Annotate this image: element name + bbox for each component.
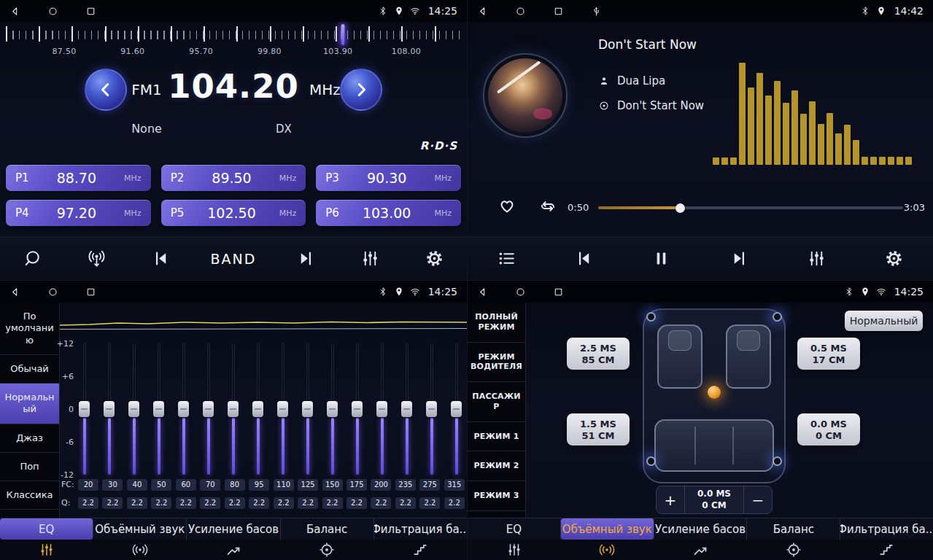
eq-band-slider-40[interactable] — [128, 343, 140, 475]
tab-filter[interactable]: Фильтрация ба... — [840, 518, 933, 540]
front-right-speaker-icon — [773, 312, 782, 322]
back-nav-button[interactable] — [9, 6, 20, 17]
play-pause-button[interactable] — [647, 249, 676, 268]
usb-nav-button[interactable] — [591, 6, 602, 17]
previous-track-button[interactable] — [569, 249, 598, 268]
tab-balance[interactable]: Баланс — [747, 518, 840, 540]
surround-speaker-icon[interactable] — [93, 540, 187, 560]
eq-preset-item[interactable]: Джаз — [0, 424, 59, 453]
repeat-button[interactable] — [538, 197, 557, 216]
surround-mode-item[interactable]: РЕЖИМ 3 — [468, 481, 525, 511]
eq-band-slider-20[interactable] — [78, 343, 90, 475]
rear-left-delay[interactable]: 1.5 MS 51 CM — [567, 413, 630, 446]
eq-band-slider-200[interactable] — [376, 343, 388, 475]
square-nav-button[interactable] — [553, 6, 564, 17]
surround-mode-item[interactable]: ПОЛНЫЙ РЕЖИМ — [468, 303, 525, 343]
settings-button[interactable] — [420, 249, 449, 268]
eq-preset-item[interactable]: Нормальный — [0, 384, 59, 424]
settings-button[interactable] — [880, 249, 909, 268]
eq-band-slider-80[interactable] — [227, 343, 239, 475]
band-button[interactable]: BAND — [211, 251, 257, 267]
tune-up-button[interactable] — [340, 69, 382, 111]
front-left-delay[interactable]: 2.5 MS 85 CM — [567, 338, 630, 370]
bass-boost-icon[interactable] — [187, 540, 280, 560]
filter-icon[interactable] — [840, 540, 933, 560]
surround-speaker-icon[interactable] — [561, 540, 654, 560]
eq-band-slider-315[interactable] — [450, 343, 462, 475]
equalizer-button[interactable] — [802, 249, 831, 268]
circle-nav-button[interactable] — [47, 287, 58, 298]
surround-mode-item[interactable]: РЕЖИМ 2 — [468, 451, 525, 481]
balance-icon[interactable] — [747, 540, 840, 560]
back-nav-button[interactable] — [477, 6, 488, 17]
rear-right-delay[interactable]: 0.0 MS 0 CM — [797, 413, 860, 446]
eq-band-slider-275[interactable] — [425, 343, 438, 475]
eq-band-slider-110[interactable] — [276, 343, 289, 475]
surround-mode-item[interactable]: РЕЖИМ ВОДИТЕЛЯ — [468, 343, 525, 383]
square-nav-button[interactable] — [85, 287, 96, 298]
circle-nav-button[interactable] — [515, 6, 526, 17]
playlist-button[interactable] — [492, 249, 521, 268]
surround-preset-button[interactable]: Нормальный — [845, 311, 923, 331]
eq-band-slider-70[interactable] — [202, 343, 214, 475]
eq-preset-item[interactable]: По умолчанию — [0, 303, 59, 355]
circle-nav-button[interactable] — [47, 6, 58, 17]
seek-broadcast-button[interactable] — [82, 249, 111, 268]
increase-delay-button[interactable]: + — [657, 486, 684, 513]
eq-band-slider-150[interactable] — [326, 343, 338, 475]
preset-button-p6[interactable]: P6103.00MHz — [316, 200, 461, 226]
eq-band-slider-235[interactable] — [400, 343, 413, 475]
front-right-delay[interactable]: 0.5 MS 17 CM — [797, 338, 860, 370]
square-nav-button[interactable] — [553, 287, 564, 298]
tab-bass-boost[interactable]: Усиление басов — [654, 518, 748, 540]
eq-sliders-icon[interactable] — [468, 540, 561, 560]
eq-band-slider-30[interactable] — [103, 343, 115, 475]
tab-balance[interactable]: Баланс — [281, 518, 374, 540]
status-icons: 14:25 — [844, 286, 924, 298]
back-nav-button[interactable] — [9, 287, 20, 298]
tab-eq-sliders[interactable]: EQ — [468, 518, 561, 540]
eq-preset-item[interactable]: Рок — [0, 510, 59, 518]
progress-slider[interactable] — [598, 206, 903, 209]
preset-button-p4[interactable]: P497.20MHz — [6, 200, 151, 226]
tab-surround-speaker[interactable]: Объёмный звук — [561, 518, 654, 540]
square-nav-button[interactable] — [85, 6, 96, 17]
next-station-button[interactable] — [292, 249, 321, 268]
eq-band-slider-50[interactable] — [152, 343, 165, 475]
surround-mode-item[interactable]: РЕЖИМ 1 — [468, 422, 525, 452]
preset-button-p3[interactable]: P390.30MHz — [316, 165, 461, 191]
frequency-display: 104.20 — [163, 67, 303, 106]
tab-eq-sliders[interactable]: EQ — [0, 518, 93, 540]
eq-band-slider-175[interactable] — [351, 343, 363, 475]
eq-band-slider-95[interactable] — [252, 343, 264, 475]
previous-station-button[interactable] — [146, 249, 175, 268]
wifi-icon — [410, 287, 420, 297]
eq-band-slider-60[interactable] — [177, 343, 190, 475]
surround-mode-item[interactable]: ПАССАЖИР — [468, 382, 525, 422]
eq-preset-item[interactable]: Обычай — [0, 355, 59, 384]
equalizer-button[interactable] — [356, 249, 385, 268]
decrease-delay-button[interactable]: − — [744, 486, 772, 513]
tab-bass-boost[interactable]: Усиление басов — [187, 518, 280, 540]
preset-button-p2[interactable]: P289.50MHz — [161, 165, 306, 191]
eq-preset-item[interactable]: Классика — [0, 481, 59, 510]
eq-band-slider-125[interactable] — [301, 343, 314, 475]
preset-button-p5[interactable]: P5102.50MHz — [161, 200, 306, 226]
frequency-indicator — [341, 24, 345, 45]
scan-button[interactable] — [18, 249, 47, 268]
eq-sliders-icon[interactable] — [0, 540, 93, 560]
next-track-button[interactable] — [724, 249, 754, 268]
ruler-label: 99.80 — [258, 47, 282, 56]
tab-surround-speaker[interactable]: Объёмный звук — [93, 518, 187, 540]
frequency-ruler[interactable]: 87.5091.6095.7099.80103.90108.00 — [0, 24, 467, 58]
eq-preset-item[interactable]: Поп — [0, 453, 59, 481]
filter-icon[interactable] — [373, 540, 467, 560]
back-nav-button[interactable] — [477, 287, 488, 298]
favorite-button[interactable] — [498, 196, 516, 215]
preset-button-p1[interactable]: P188.70MHz — [6, 165, 151, 191]
bass-boost-icon[interactable] — [654, 540, 747, 560]
circle-nav-button[interactable] — [515, 287, 526, 298]
tab-filter[interactable]: Фильтрация ба... — [374, 518, 467, 540]
progress-knob[interactable] — [675, 203, 685, 213]
balance-icon[interactable] — [280, 540, 373, 560]
